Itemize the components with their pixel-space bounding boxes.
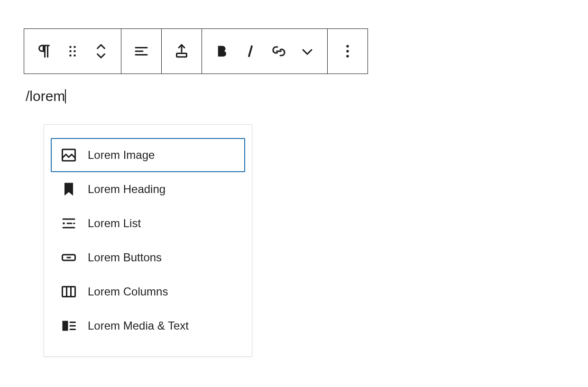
- move-updown-icon: [92, 43, 110, 60]
- option-lorem-buttons[interactable]: Lorem Buttons: [51, 240, 245, 275]
- svg-point-0: [69, 46, 72, 48]
- move-button[interactable]: [87, 37, 115, 65]
- option-label: Lorem Heading: [88, 183, 165, 196]
- block-toolbar: [24, 28, 368, 74]
- svg-point-18: [63, 222, 65, 225]
- slash-query-text: /lorem: [26, 88, 65, 104]
- italic-icon: [242, 43, 259, 60]
- option-label: Lorem List: [88, 217, 141, 230]
- paragraph-icon: [36, 43, 53, 60]
- align-icon: [133, 43, 150, 60]
- svg-rect-23: [63, 287, 75, 297]
- image-icon: [60, 147, 77, 164]
- media-text-icon: [60, 317, 77, 334]
- more-format-button[interactable]: [293, 37, 322, 65]
- svg-point-3: [74, 50, 76, 53]
- bold-icon: [213, 43, 230, 60]
- toolbar-group-4: [202, 29, 328, 74]
- option-lorem-list[interactable]: Lorem List: [51, 206, 245, 240]
- option-label: Lorem Media & Text: [88, 319, 189, 332]
- svg-point-2: [69, 50, 72, 53]
- option-label: Lorem Image: [88, 148, 155, 162]
- option-lorem-columns[interactable]: Lorem Columns: [51, 275, 245, 309]
- editor-area[interactable]: /lorem: [24, 88, 564, 104]
- chevron-down-icon: [299, 43, 316, 60]
- svg-point-15: [346, 55, 349, 57]
- option-label: Lorem Buttons: [88, 251, 162, 264]
- svg-point-1: [74, 46, 76, 48]
- paragraph-button[interactable]: [30, 37, 58, 65]
- columns-icon: [60, 283, 77, 300]
- svg-point-5: [74, 55, 76, 57]
- insert-button[interactable]: [167, 37, 196, 65]
- list-icon: [60, 215, 77, 232]
- italic-button[interactable]: [236, 37, 265, 65]
- link-icon: [270, 43, 287, 60]
- drag-handle-icon: [64, 43, 81, 60]
- svg-point-13: [346, 45, 349, 47]
- option-lorem-image[interactable]: Lorem Image: [51, 138, 245, 172]
- bold-button[interactable]: [208, 37, 236, 65]
- button-icon: [60, 249, 77, 266]
- toolbar-group-1: [24, 29, 121, 74]
- svg-rect-26: [63, 321, 68, 331]
- link-button[interactable]: [265, 37, 293, 65]
- toolbar-group-3: [162, 29, 202, 74]
- svg-line-11: [249, 46, 252, 56]
- block-autocomplete-popup: Lorem Image Lorem Heading Lorem List Lor…: [44, 124, 252, 357]
- bookmark-icon: [60, 181, 77, 198]
- option-label: Lorem Columns: [88, 285, 168, 298]
- svg-point-14: [346, 50, 349, 52]
- svg-point-4: [69, 55, 72, 57]
- insert-icon: [173, 43, 190, 60]
- toolbar-group-2: [121, 29, 162, 74]
- options-button[interactable]: [333, 37, 362, 65]
- align-button[interactable]: [127, 37, 156, 65]
- more-vertical-icon: [339, 43, 356, 60]
- option-lorem-media-text[interactable]: Lorem Media & Text: [51, 309, 245, 343]
- toolbar-group-5: [328, 29, 368, 74]
- svg-rect-10: [177, 54, 187, 57]
- option-lorem-heading[interactable]: Lorem Heading: [51, 172, 245, 206]
- drag-button[interactable]: [58, 37, 87, 65]
